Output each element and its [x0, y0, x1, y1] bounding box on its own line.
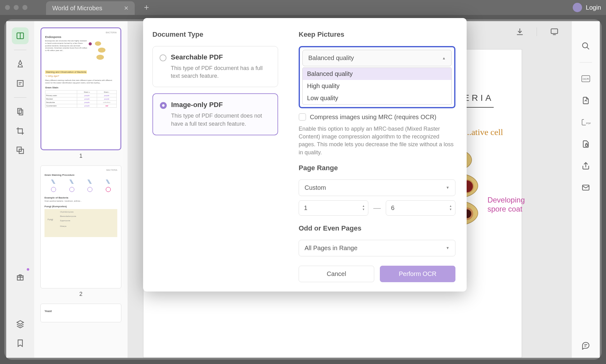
quality-dropdown: Balanced quality High quality Low qualit… — [302, 68, 452, 105]
odd-even-value: All Pages in Range — [305, 245, 357, 251]
perform-ocr-button[interactable]: Perform OCR — [380, 266, 455, 282]
modal-overlay: Document Type Searchable PDF This type o… — [0, 0, 606, 364]
chevron-up-icon: ▲ — [442, 56, 446, 60]
range-dash: — — [373, 203, 381, 212]
radio-icon — [160, 54, 166, 61]
quality-select[interactable]: Balanced quality ▲ — [302, 50, 452, 66]
quality-option-high[interactable]: High quality — [303, 80, 451, 92]
mrc-label: Compress images using MRC (requires OCR) — [310, 113, 436, 121]
spinner-icon[interactable]: ▲▼ — [362, 205, 365, 211]
range-from-input[interactable]: 1 ▲▼ — [299, 200, 368, 216]
searchable-pdf-option[interactable]: Searchable PDF This type of PDF document… — [152, 46, 278, 87]
quality-option-balanced[interactable]: Balanced quality — [303, 68, 451, 80]
searchable-pdf-title: Searchable PDF — [171, 53, 270, 61]
image-only-pdf-title: Image-only PDF — [171, 101, 270, 109]
keep-pictures-title: Keep Pictures — [299, 30, 455, 39]
odd-even-select[interactable]: All Pages in Range ▼ — [299, 240, 455, 256]
quality-option-low[interactable]: Low quality — [303, 92, 451, 104]
document-type-title: Document Type — [152, 30, 278, 39]
image-only-pdf-option[interactable]: Image-only PDF This type of PDF document… — [152, 93, 278, 135]
page-range-select[interactable]: Custom ▼ — [299, 180, 455, 196]
spinner-icon[interactable]: ▲▼ — [449, 205, 452, 211]
quality-selected-value: Balanced quality — [308, 54, 354, 61]
image-only-pdf-desc: This type of PDF document does not have … — [171, 112, 270, 128]
chevron-down-icon: ▼ — [446, 246, 450, 250]
odd-even-title: Odd or Even Pages — [299, 224, 455, 232]
mrc-checkbox-row[interactable]: Compress images using MRC (requires OCR) — [299, 113, 455, 121]
checkbox-icon — [299, 113, 306, 121]
range-to-input[interactable]: 6 ▲▼ — [386, 200, 455, 216]
mrc-description: Enable this option to apply an MRC-based… — [299, 125, 455, 156]
quality-select-container: Balanced quality ▲ Balanced quality High… — [299, 46, 455, 108]
radio-icon — [160, 102, 167, 109]
chevron-down-icon: ▼ — [446, 185, 450, 190]
searchable-pdf-desc: This type of PDF document has a full tex… — [171, 64, 270, 80]
cancel-button[interactable]: Cancel — [299, 266, 374, 282]
page-range-title: Page Range — [299, 164, 455, 172]
page-range-value: Custom — [305, 184, 326, 191]
ocr-settings-modal: Document Type Searchable PDF This type o… — [143, 18, 467, 292]
